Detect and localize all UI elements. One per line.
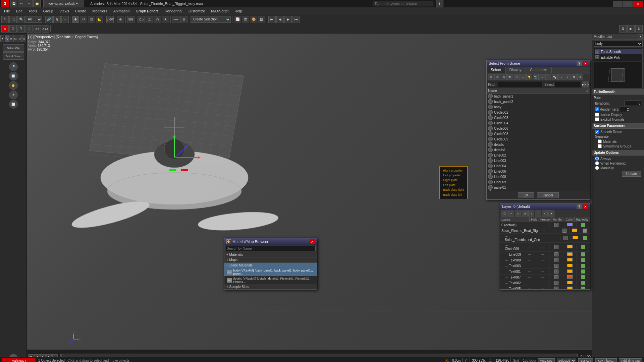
update-options-header[interactable]: Update Options bbox=[592, 150, 644, 156]
info-icon[interactable]: ℹ bbox=[436, 0, 443, 7]
scene-materials-section[interactable]: - Scene Materials bbox=[224, 263, 317, 268]
body-dropdown[interactable]: body bbox=[594, 41, 643, 47]
sel-set-btn[interactable]: ▶ bbox=[582, 81, 584, 87]
select-name[interactable]: Select Name bbox=[3, 52, 24, 60]
render-iters-checkbox[interactable] bbox=[595, 107, 599, 111]
pan[interactable]: ✋ bbox=[9, 81, 18, 90]
material-editor[interactable]: 🎨 bbox=[250, 16, 257, 23]
menu-edit[interactable]: Edit bbox=[13, 8, 25, 14]
material-search[interactable] bbox=[226, 246, 316, 251]
angle-snap[interactable]: ∠ bbox=[146, 16, 153, 23]
quick-access-redo[interactable]: ↪ bbox=[25, 0, 33, 7]
sel-sort[interactable]: ↑ bbox=[587, 81, 589, 87]
layer-row[interactable]: → Text908 — — ✓ ☀ bbox=[500, 257, 590, 263]
minimize-button[interactable]: ─ bbox=[613, 1, 623, 7]
object-list-item[interactable]: Line003 bbox=[487, 158, 590, 163]
tab-display[interactable]: Display bbox=[505, 67, 526, 73]
tab-select[interactable]: Select bbox=[487, 67, 505, 73]
dialog-help-btn[interactable]: ? bbox=[577, 61, 582, 66]
render-settings[interactable]: ⚙ bbox=[635, 25, 643, 33]
field-of-view[interactable]: 👁 bbox=[9, 90, 18, 99]
render-production[interactable]: ▶ bbox=[627, 25, 635, 33]
layer-row[interactable]: → Text007 — — ✓ ☀ bbox=[500, 275, 590, 280]
create-cmd[interactable]: ✦ bbox=[0, 35, 4, 42]
iterations-input[interactable] bbox=[625, 101, 641, 106]
spinner-snap[interactable]: ✦ bbox=[162, 16, 169, 23]
arc-rotate[interactable]: 🔄 bbox=[9, 72, 18, 80]
select-placement[interactable]: 📐 bbox=[96, 16, 103, 23]
menu-modifiers[interactable]: Modifiers bbox=[90, 8, 110, 14]
layer-row[interactable]: Solar_Electric_Boat_Rig — — ✓ ☀ bbox=[500, 228, 590, 234]
xyz-all[interactable]: XYZ bbox=[42, 25, 49, 33]
object-list-item[interactable]: panel01 bbox=[487, 185, 590, 190]
set-key-btn[interactable]: Set Key bbox=[578, 358, 594, 362]
add-time-tag-btn[interactable]: Add Time Tag bbox=[619, 358, 642, 362]
cancel-button[interactable]: Cancel bbox=[537, 192, 559, 198]
layer-row[interactable]: → Text003 — — ✓ ☀ bbox=[500, 263, 590, 269]
isoline-display-cb[interactable] bbox=[595, 113, 599, 117]
next-frame[interactable]: ⏭ bbox=[292, 16, 300, 23]
object-list-item[interactable]: Circle009 bbox=[487, 136, 590, 142]
layer-row[interactable]: → Text002 — — ✓ ☀ bbox=[500, 280, 590, 286]
schematic-view[interactable]: 🕸 bbox=[242, 16, 249, 23]
bind-space-warp[interactable]: 〰 bbox=[61, 16, 69, 23]
ok-button[interactable]: OK bbox=[518, 192, 534, 198]
object-list-item[interactable]: body bbox=[487, 104, 590, 110]
body-material-item[interactable]: M body (VRayMtl) [back_panel1, back_pane… bbox=[224, 268, 317, 276]
close-button[interactable]: ✕ bbox=[633, 1, 643, 7]
play-fwd[interactable]: ▶ bbox=[284, 16, 292, 23]
layer-select[interactable]: ↖ bbox=[542, 210, 548, 217]
object-list-item[interactable]: Circle002 bbox=[487, 110, 590, 115]
menu-create[interactable]: Create bbox=[72, 8, 89, 14]
object-list-item[interactable]: Line008 bbox=[487, 174, 590, 179]
select-shape-btn[interactable]: ○ bbox=[520, 74, 526, 80]
min-max[interactable]: ⬜ bbox=[9, 100, 18, 109]
x-axis[interactable]: X bbox=[9, 25, 17, 33]
layer-row[interactable]: → Text001 — — ✓ ☀ bbox=[500, 269, 590, 275]
layer-row[interactable]: → Solar_Electric...ed_Con — — ✓ ☀ bbox=[500, 234, 590, 243]
explicit-normals-cb[interactable] bbox=[595, 117, 599, 121]
help-search[interactable] bbox=[373, 1, 433, 6]
object-list-item[interactable]: Circle008 bbox=[487, 131, 590, 136]
named-selection[interactable]: Create Selection... bbox=[191, 16, 231, 23]
update-button[interactable]: Update bbox=[622, 171, 641, 177]
materials-cb[interactable] bbox=[598, 139, 602, 143]
select-filter-btn[interactable]: 🔍 bbox=[507, 74, 513, 80]
render-btn[interactable]: 🖥 bbox=[619, 25, 627, 33]
object-list-item[interactable]: details1 bbox=[487, 147, 590, 153]
menu-animation[interactable]: Animation bbox=[111, 8, 132, 14]
manually-radio[interactable] bbox=[595, 166, 599, 170]
modifier-list-expand[interactable]: ▼ bbox=[638, 34, 643, 39]
modifier-editable-poly[interactable]: E Editable Poly bbox=[595, 55, 642, 60]
motion-cmd[interactable]: M bbox=[13, 35, 17, 42]
create-panel[interactable]: ✕ bbox=[1, 25, 9, 33]
surface-params-header[interactable]: Surface Parameters bbox=[592, 123, 644, 129]
selection-set-input[interactable] bbox=[554, 82, 581, 87]
tab-customize[interactable]: Customize bbox=[526, 67, 552, 73]
layer-move-up[interactable]: ↑ bbox=[528, 210, 534, 217]
layer-row[interactable]: → Line009 — — ✓ ☀ bbox=[500, 252, 590, 257]
select-invert-btn[interactable]: ⊕ bbox=[501, 74, 507, 80]
sel-set-clear[interactable]: ✕ bbox=[584, 81, 587, 87]
select-geo-btn[interactable]: ⬡ bbox=[514, 74, 520, 80]
sample-slots-section[interactable]: + Sample Slots bbox=[224, 284, 317, 290]
menu-file[interactable]: File bbox=[1, 8, 13, 14]
object-list-item[interactable]: Circle004 bbox=[487, 120, 590, 126]
malicious-warning[interactable]: Malicious ! bbox=[2, 358, 36, 362]
align-tool[interactable]: ⊞ bbox=[180, 16, 187, 23]
smoothing-groups-cb[interactable] bbox=[598, 144, 602, 148]
select-camera-btn[interactable]: 📷 bbox=[533, 74, 539, 80]
menu-tools[interactable]: Tools bbox=[26, 8, 40, 14]
select-region[interactable]: ⬚ bbox=[9, 16, 17, 23]
render-iters-input[interactable] bbox=[620, 107, 630, 112]
select-filter[interactable]: 🔍 bbox=[17, 16, 25, 23]
select-light-btn[interactable]: 💡 bbox=[526, 74, 532, 80]
object-list-item[interactable]: Line004 bbox=[487, 163, 590, 169]
materials-section[interactable]: + Materials bbox=[224, 252, 317, 257]
maximize-button[interactable]: □ bbox=[623, 1, 633, 7]
layer-highlight[interactable]: ✦ bbox=[548, 210, 554, 217]
key-filters-btn[interactable]: Key Filters... bbox=[595, 358, 617, 362]
menu-views[interactable]: Views bbox=[57, 8, 72, 14]
z-axis[interactable]: Z bbox=[25, 25, 33, 33]
select-rotate[interactable]: ↺ bbox=[80, 16, 87, 23]
